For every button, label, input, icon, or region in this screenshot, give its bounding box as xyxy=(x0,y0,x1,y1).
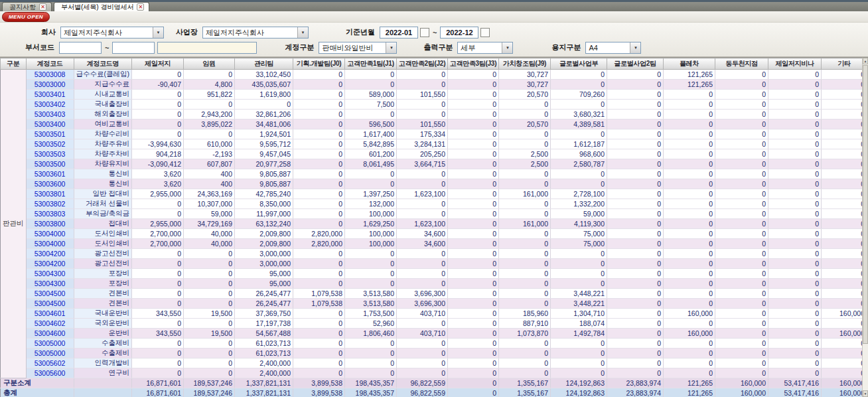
amount-cell[interactable]: 0 xyxy=(607,279,664,289)
amount-cell[interactable]: 0 xyxy=(664,179,715,189)
column-header[interactable]: 고객만족2팀(J2) xyxy=(397,58,448,70)
amount-cell[interactable]: 100,000 xyxy=(345,239,397,249)
amount-cell[interactable]: 2,009,800 xyxy=(235,229,293,239)
account-code-cell[interactable]: 53003400 xyxy=(26,119,74,129)
amount-cell[interactable]: 0 xyxy=(768,309,822,319)
amount-cell[interactable]: 1,397,250 xyxy=(345,189,397,199)
amount-cell[interactable]: 0 xyxy=(822,209,867,219)
amount-cell[interactable]: 0 xyxy=(551,259,607,269)
amount-cell[interactable]: 0 xyxy=(293,90,345,100)
amount-cell[interactable]: 0 xyxy=(768,119,822,129)
amount-cell[interactable]: 0 xyxy=(551,70,607,80)
account-code-cell[interactable]: 53003000 xyxy=(26,80,74,90)
amount-cell[interactable]: 0 xyxy=(822,139,867,149)
amount-cell[interactable]: 0 xyxy=(293,319,345,329)
amount-cell[interactable]: 0 xyxy=(397,209,448,219)
amount-cell[interactable]: 1,806,460 xyxy=(345,329,397,339)
chevron-down-icon[interactable]: ▼ xyxy=(386,42,396,53)
account-code-cell[interactable]: 53005600 xyxy=(26,368,74,378)
amount-cell[interactable]: 0 xyxy=(448,90,499,100)
amount-cell[interactable]: 0 xyxy=(768,159,822,169)
amount-cell[interactable]: 0 xyxy=(551,80,607,90)
scroll-up-icon[interactable]: ▲ xyxy=(863,58,868,64)
amount-cell[interactable]: 0 xyxy=(397,100,448,110)
amount-cell[interactable]: 0 xyxy=(448,139,499,149)
amount-cell[interactable]: 0 xyxy=(184,358,235,368)
amount-cell[interactable]: 0 xyxy=(448,219,499,229)
amount-cell[interactable]: 0 xyxy=(822,159,867,169)
account-name-cell[interactable]: 접대비 xyxy=(74,219,132,229)
vertical-scrollbar[interactable]: ▲ ▼ xyxy=(862,58,868,397)
amount-cell[interactable]: 61,023,713 xyxy=(235,349,293,358)
amount-cell[interactable]: 0 xyxy=(551,339,607,349)
column-header[interactable]: 글로벌사업2팀 xyxy=(607,58,664,70)
amount-cell[interactable]: 2,820,000 xyxy=(293,229,345,239)
amount-cell[interactable]: 0 xyxy=(293,179,345,189)
amount-cell[interactable]: 0 xyxy=(664,119,715,129)
amount-cell[interactable]: 0 xyxy=(345,179,397,189)
amount-cell[interactable]: 0 xyxy=(551,100,607,110)
account-name-cell[interactable]: 광고선전비 xyxy=(74,249,132,259)
amount-cell[interactable]: 0 xyxy=(448,199,499,209)
account-code-cell[interactable]: 53003501 xyxy=(26,129,74,139)
amount-cell[interactable]: 0 xyxy=(607,80,664,90)
amount-cell[interactable]: 2,009,800 xyxy=(235,239,293,249)
amount-cell[interactable]: 160,000 xyxy=(822,329,867,339)
amount-cell[interactable]: 0 xyxy=(184,368,235,378)
amount-cell[interactable]: 0 xyxy=(822,339,867,349)
amount-cell[interactable]: 0 xyxy=(607,329,664,339)
amount-cell[interactable]: 0 xyxy=(715,229,768,239)
amount-cell[interactable]: 0 xyxy=(293,329,345,339)
amount-cell[interactable]: 0 xyxy=(715,80,768,90)
amount-cell[interactable]: 0 xyxy=(607,299,664,309)
amount-cell[interactable]: 0 xyxy=(397,80,448,90)
amount-cell[interactable]: 0 xyxy=(551,368,607,378)
column-header[interactable]: 관리팀 xyxy=(235,58,293,70)
account-code-cell[interactable]: 53003800 xyxy=(26,219,74,229)
chevron-down-icon[interactable]: ▼ xyxy=(630,42,640,53)
amount-cell[interactable]: 0 xyxy=(397,358,448,368)
amount-cell[interactable]: 0 xyxy=(768,129,822,139)
dept-code-to-input[interactable] xyxy=(112,42,155,54)
account-name-cell[interactable]: 도서인쇄비 xyxy=(74,229,132,239)
amount-cell[interactable]: 7,500 xyxy=(345,100,397,110)
amount-cell[interactable]: 0 xyxy=(184,319,235,329)
amount-cell[interactable]: 1,629,250 xyxy=(345,219,397,229)
amount-cell[interactable]: 0 xyxy=(448,80,499,90)
amount-cell[interactable]: 4,119,300 xyxy=(551,219,607,229)
amount-cell[interactable]: 0 xyxy=(768,339,822,349)
amount-cell[interactable]: 0 xyxy=(132,279,184,289)
amount-cell[interactable]: 161,000 xyxy=(499,219,551,229)
amount-cell[interactable]: 0 xyxy=(448,339,499,349)
amount-cell[interactable]: 3,000,000 xyxy=(235,249,293,259)
column-header[interactable]: 플레차 xyxy=(664,58,715,70)
amount-cell[interactable]: 0 xyxy=(448,249,499,259)
table-row[interactable]: 53004600운반비343,55019,50054,567,48801,806… xyxy=(1,329,867,339)
amount-cell[interactable]: 20,570 xyxy=(499,90,551,100)
amount-cell[interactable]: 0 xyxy=(715,139,768,149)
amount-cell[interactable]: 0 xyxy=(607,179,664,189)
amount-cell[interactable]: 0 xyxy=(397,169,448,179)
amount-cell[interactable]: 0 xyxy=(768,149,822,159)
account-code-cell[interactable]: 53004000 xyxy=(26,229,74,239)
account-code-cell[interactable]: 53004300 xyxy=(26,269,74,279)
amount-cell[interactable]: 0 xyxy=(768,90,822,100)
amount-cell[interactable]: 0 xyxy=(715,269,768,279)
amount-cell[interactable]: 34,600 xyxy=(397,239,448,249)
amount-cell[interactable]: 0 xyxy=(607,90,664,100)
amount-cell[interactable]: 0 xyxy=(664,279,715,289)
amount-cell[interactable]: 0 xyxy=(607,358,664,368)
amount-cell[interactable]: 0 xyxy=(499,269,551,279)
amount-cell[interactable]: 0 xyxy=(768,169,822,179)
table-row[interactable]: 53003500차량유지비-3,090,412607,80720,977,258… xyxy=(1,159,867,169)
amount-cell[interactable]: 0 xyxy=(822,119,867,129)
table-row[interactable]: 53005600연구비002,400,00000000000000 xyxy=(1,368,867,378)
amount-cell[interactable]: 0 xyxy=(345,269,397,279)
amount-cell[interactable]: 1,304,710 xyxy=(551,309,607,319)
amount-cell[interactable]: 0 xyxy=(768,349,822,358)
amount-cell[interactable]: 0 xyxy=(184,100,235,110)
amount-cell[interactable]: 0 xyxy=(822,110,867,119)
account-name-cell[interactable]: 여비교통비 xyxy=(74,119,132,129)
chevron-down-icon[interactable]: ▼ xyxy=(502,42,512,53)
amount-cell[interactable]: 34,729,169 xyxy=(184,219,235,229)
